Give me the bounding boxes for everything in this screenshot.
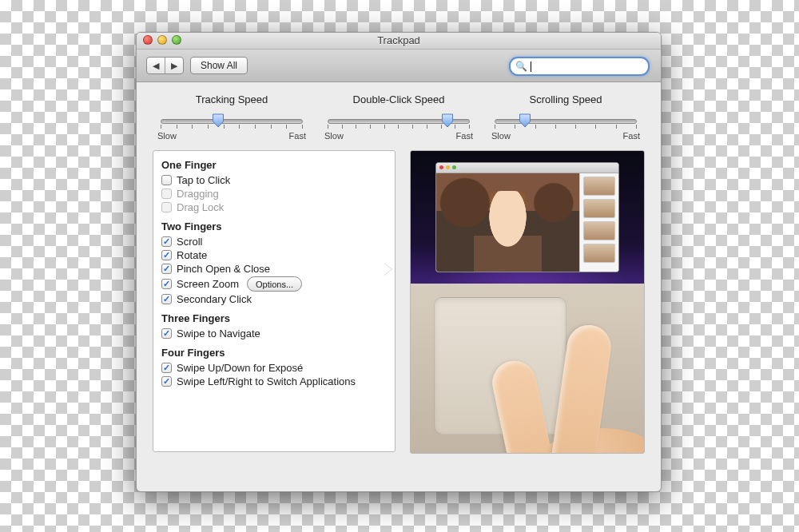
one-finger-heading: One Finger — [161, 159, 387, 171]
doubleclick-slow-label: Slow — [324, 131, 344, 141]
sliders-row: Tracking Speed Slow Fast Double-Clic — [153, 93, 645, 141]
tracking-speed-track[interactable] — [156, 113, 308, 129]
scrolling-speed-slider: Scrolling Speed Slow Fast — [490, 93, 642, 141]
titlebar[interactable]: Trackpad — [137, 33, 661, 50]
preview-screen — [411, 151, 644, 284]
thumbnail — [583, 199, 615, 218]
secondary-click-label: Secondary Click — [177, 293, 252, 305]
hand-illustration — [485, 316, 645, 454]
thumbnail — [583, 221, 615, 240]
checkbox-scroll[interactable] — [161, 236, 172, 247]
thumbnail — [583, 177, 615, 196]
checkbox-swipe-expose[interactable] — [161, 363, 172, 373]
scrolling-speed-track[interactable] — [490, 113, 642, 129]
tracking-speed-slider: Tracking Speed Slow Fast — [156, 93, 308, 141]
checkbox-screen-zoom[interactable] — [161, 279, 172, 289]
opt-scroll[interactable]: Scroll — [161, 235, 387, 248]
opt-swipe-expose[interactable]: Swipe Up/Down for Exposé — [161, 361, 387, 375]
checkbox-secondary-click[interactable] — [161, 294, 172, 304]
forward-button[interactable]: ▶ — [165, 58, 183, 73]
doubleclick-fast-label: Fast — [456, 131, 473, 141]
swipe-expose-label: Swipe Up/Down for Exposé — [177, 362, 303, 374]
back-button[interactable]: ◀ — [147, 58, 165, 73]
opt-tap-to-click[interactable]: Tap to Click — [161, 173, 387, 187]
doubleclick-speed-slider: Double-Click Speed Slow Fast — [323, 93, 475, 141]
tracking-speed-label: Tracking Speed — [156, 93, 308, 105]
checkbox-drag-lock — [161, 202, 172, 212]
opt-secondary-click[interactable]: Secondary Click — [161, 292, 387, 306]
tracking-slow-label: Slow — [157, 131, 177, 141]
doubleclick-speed-track[interactable] — [323, 113, 475, 129]
preview-photo — [436, 173, 579, 272]
opt-screen-zoom[interactable]: Screen Zoom Options... — [161, 276, 387, 292]
opt-rotate[interactable]: Rotate — [161, 248, 387, 262]
preview-trackpad-area — [411, 284, 644, 453]
preview-app-titlebar — [436, 163, 618, 173]
opt-dragging: Dragging — [161, 187, 387, 200]
close-icon[interactable] — [143, 35, 153, 45]
preview-thumbnails — [579, 173, 618, 272]
checkbox-swipe-switch[interactable] — [161, 376, 172, 387]
four-fingers-heading: Four Fingers — [161, 347, 387, 359]
dragging-label: Dragging — [177, 188, 219, 200]
search-icon: 🔍 — [515, 61, 527, 72]
swipe-navigate-label: Swipe to Navigate — [177, 328, 260, 339]
drag-lock-label: Drag Lock — [177, 201, 224, 213]
scrolling-fast-label: Fast — [623, 131, 640, 141]
search-input[interactable] — [531, 60, 643, 73]
traffic-lights — [143, 35, 181, 45]
pinch-label: Pinch Open & Close — [177, 263, 270, 275]
gesture-preview — [410, 150, 645, 454]
screen-zoom-options-button[interactable]: Options... — [247, 276, 302, 292]
preferences-window: Trackpad ◀ ▶ Show All 🔍 Tracking Speed — [136, 32, 662, 492]
opt-pinch[interactable]: Pinch Open & Close — [161, 262, 387, 276]
scrolling-speed-label: Scrolling Speed — [490, 93, 642, 105]
opt-drag-lock: Drag Lock — [161, 200, 387, 214]
swipe-switch-label: Swipe Left/Right to Switch Applications — [177, 375, 356, 387]
tap-to-click-label: Tap to Click — [177, 174, 230, 186]
opt-swipe-navigate[interactable]: Swipe to Navigate — [161, 327, 387, 340]
search-field[interactable]: 🔍 — [509, 57, 650, 76]
gesture-options-list: One Finger Tap to Click Dragging Drag Lo… — [153, 150, 396, 452]
thumbnail — [583, 244, 615, 263]
checkbox-dragging — [161, 189, 172, 199]
tracking-speed-thumb[interactable] — [212, 113, 224, 128]
checkbox-tap-to-click[interactable] — [161, 175, 172, 185]
checkbox-swipe-navigate[interactable] — [161, 328, 172, 339]
screen-zoom-label: Screen Zoom — [177, 278, 239, 290]
doubleclick-speed-label: Double-Click Speed — [323, 93, 475, 105]
content-row: One Finger Tap to Click Dragging Drag Lo… — [153, 150, 645, 454]
minimize-icon[interactable] — [157, 35, 167, 45]
checkbox-rotate[interactable] — [161, 250, 172, 260]
scrolling-slow-label: Slow — [491, 131, 511, 141]
two-fingers-heading: Two Fingers — [161, 220, 387, 232]
toolbar: ◀ ▶ Show All 🔍 — [137, 50, 661, 82]
scrolling-speed-thumb[interactable] — [519, 113, 531, 128]
opt-swipe-switch[interactable]: Swipe Left/Right to Switch Applications — [161, 375, 387, 388]
three-fingers-heading: Three Fingers — [161, 312, 387, 324]
doubleclick-speed-thumb[interactable] — [441, 113, 453, 128]
nav-segmented: ◀ ▶ — [146, 57, 184, 74]
show-all-button[interactable]: Show All — [190, 57, 248, 74]
checkbox-pinch[interactable] — [161, 264, 172, 274]
preview-app-window — [435, 162, 619, 272]
tracking-fast-label: Fast — [289, 131, 306, 141]
window-title: Trackpad — [377, 34, 420, 46]
zoom-icon[interactable] — [172, 35, 181, 45]
rotate-label: Rotate — [177, 249, 207, 261]
scroll-label: Scroll — [177, 236, 203, 248]
